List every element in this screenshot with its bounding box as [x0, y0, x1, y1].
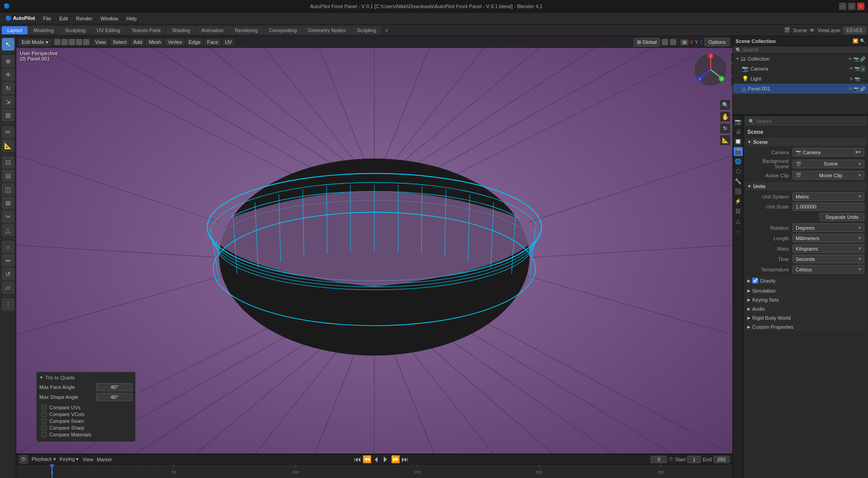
- options-button[interactable]: Options: [704, 38, 730, 46]
- bg-scene-value[interactable]: 🎬 Scene: [793, 160, 864, 168]
- constraints-props-icon[interactable]: ⛓: [734, 207, 743, 216]
- units-section-header[interactable]: ▼ Units: [745, 182, 866, 190]
- playhead[interactable]: [50, 464, 54, 468]
- light-render-icon[interactable]: 📷: [854, 76, 860, 81]
- properties-search-input[interactable]: [756, 118, 863, 124]
- compare-seam-checkbox[interactable]: [41, 418, 47, 424]
- minimize-button[interactable]: —: [839, 3, 846, 10]
- edge-menu-button[interactable]: Edge: [186, 38, 203, 46]
- menu-edit[interactable]: Edit: [56, 15, 71, 22]
- header-icon-1[interactable]: [54, 39, 61, 45]
- gravity-checkbox[interactable]: [752, 278, 758, 284]
- close-button[interactable]: ✕: [857, 3, 864, 10]
- length-value[interactable]: Millimeters: [793, 234, 864, 242]
- view-layer-props-icon[interactable]: 🔲: [734, 137, 743, 146]
- global-transform-button[interactable]: ⊞ Global: [634, 38, 660, 47]
- material-props-icon[interactable]: ⬦: [734, 227, 743, 236]
- outliner-item-light[interactable]: 💡 Light 👁 📷 ⋯: [733, 74, 868, 84]
- current-frame-input[interactable]: 0: [651, 456, 667, 463]
- tab-compositing[interactable]: Compositing: [264, 26, 302, 34]
- audio-section-header[interactable]: ▶ Audio: [745, 305, 866, 313]
- compare-materials-checkbox[interactable]: [41, 432, 47, 437]
- tab-modeling[interactable]: Modeling: [28, 26, 59, 34]
- collection-link-icon[interactable]: 🔗: [860, 57, 865, 62]
- active-clip-value[interactable]: 🎬 Movie Clip: [793, 171, 864, 180]
- temperature-value[interactable]: Celsius: [793, 265, 864, 274]
- slide-tool-button[interactable]: ⇔: [2, 254, 14, 267]
- world-props-icon[interactable]: 🌐: [734, 157, 743, 166]
- extrude-tool-button[interactable]: ⊡: [2, 156, 14, 169]
- data-props-icon[interactable]: △: [734, 217, 743, 226]
- maximize-button[interactable]: □: [848, 3, 855, 10]
- panel-eye-icon[interactable]: 👁: [848, 86, 853, 91]
- view-menu[interactable]: View: [82, 457, 93, 462]
- orbit-button[interactable]: ↻: [720, 123, 731, 134]
- scene-props-icon[interactable]: 🎬: [734, 147, 743, 156]
- add-workspace-button[interactable]: +: [382, 26, 391, 35]
- tab-animation[interactable]: Animation: [196, 26, 229, 34]
- collection-cam-icon[interactable]: 📷: [854, 57, 859, 62]
- tab-geometry-nodes[interactable]: Geometry Nodes: [302, 26, 351, 34]
- scene-section-header[interactable]: ▼ Scene: [745, 138, 866, 146]
- select-tool-button[interactable]: ↖: [2, 38, 14, 51]
- tab-rendering[interactable]: Rendering: [229, 26, 263, 34]
- max-shape-angle-input[interactable]: 40°: [96, 393, 132, 401]
- nav-gizmo[interactable]: -Y X Z: [693, 52, 728, 87]
- gravity-section-header[interactable]: ▶ Gravity: [745, 276, 866, 285]
- step-forward-button[interactable]: ⏩: [391, 455, 400, 464]
- max-face-angle-input[interactable]: 40°: [96, 383, 132, 391]
- camera-value[interactable]: 📷 Camera ✕: [793, 148, 864, 156]
- tab-texture-paint[interactable]: Texture Paint: [126, 26, 166, 34]
- header-icon-3[interactable]: [69, 39, 75, 45]
- perspective-toggle-button[interactable]: ⊡: [731, 64, 732, 75]
- outliner-search-input[interactable]: [743, 47, 865, 52]
- physics-props-icon[interactable]: ⚡: [734, 197, 743, 206]
- rotate-tool-button[interactable]: ↻: [2, 82, 14, 95]
- properties-search[interactable]: 🔍: [745, 117, 866, 125]
- tab-layout[interactable]: Layout: [2, 26, 28, 34]
- keying-menu[interactable]: Keying ▾: [60, 456, 79, 462]
- pan-button[interactable]: ✋: [720, 111, 731, 122]
- header-icon-4[interactable]: [76, 39, 82, 45]
- panel-link-icon[interactable]: 🔗: [860, 86, 865, 91]
- shear-tool-button[interactable]: ▱: [2, 281, 14, 294]
- view-menu-button[interactable]: View: [93, 38, 109, 46]
- header-icon-2[interactable]: [61, 39, 68, 45]
- mesh-menu-button[interactable]: Mesh: [146, 38, 164, 46]
- local-view-button[interactable]: 👁: [731, 76, 732, 87]
- menu-file[interactable]: File: [40, 15, 55, 22]
- scale-tool-button[interactable]: ⇲: [2, 95, 14, 108]
- zoom-in-button[interactable]: 🔍: [720, 99, 731, 110]
- tab-shading[interactable]: Shading: [166, 26, 195, 34]
- light-dots-icon[interactable]: ⋯: [861, 76, 865, 81]
- transform-tool-button[interactable]: ⊞: [2, 109, 14, 122]
- outliner-item-panel001[interactable]: △ Panel.001 👁 📷 🔗: [733, 84, 868, 94]
- outliner-item-camera[interactable]: 📷 Camera 👁 📷 ●: [733, 64, 868, 74]
- play-button[interactable]: ⏵: [382, 454, 390, 464]
- timeline-ruler[interactable]: 0 50 100 150 200 250: [16, 464, 732, 478]
- panel-render-icon[interactable]: 📷: [854, 86, 859, 91]
- keying-sets-section-header[interactable]: ▶ Keying Sets: [745, 296, 866, 304]
- simulation-section-header[interactable]: ▶ Simulation: [745, 287, 866, 295]
- mass-value[interactable]: Kilograms: [793, 244, 864, 253]
- tab-uv-editing[interactable]: UV Editing: [91, 26, 126, 34]
- output-props-icon[interactable]: 🖨: [734, 127, 743, 136]
- uv-menu-button[interactable]: UV: [222, 38, 235, 46]
- jump-prev-button[interactable]: ⏪: [363, 455, 372, 464]
- start-frame-input[interactable]: 1: [687, 456, 701, 463]
- gizmo-toggle[interactable]: ⊞: [680, 39, 689, 45]
- marker-menu[interactable]: Marker: [97, 457, 112, 462]
- timeline-clock-icon[interactable]: ⏱: [19, 455, 28, 464]
- edit-mode-button[interactable]: Edit Mode ▾: [19, 38, 51, 46]
- rigid-body-world-header[interactable]: ▶ Rigid Body World: [745, 314, 866, 322]
- select-menu-button[interactable]: Select: [110, 38, 129, 46]
- camera-delete-icon[interactable]: ✕: [855, 150, 859, 155]
- proportional-edit-icon[interactable]: [670, 39, 676, 45]
- outliner-filter-icon[interactable]: 🔽: [853, 38, 858, 43]
- poly-build-tool-button[interactable]: △: [2, 224, 14, 237]
- tab-scripting[interactable]: Scripting: [351, 26, 382, 34]
- tab-sculpting[interactable]: Sculpting: [60, 26, 91, 34]
- camera-view-button[interactable]: 📷: [731, 52, 732, 63]
- outliner-search-icon[interactable]: 🔍: [860, 38, 865, 43]
- unit-system-value[interactable]: Metric: [793, 192, 864, 201]
